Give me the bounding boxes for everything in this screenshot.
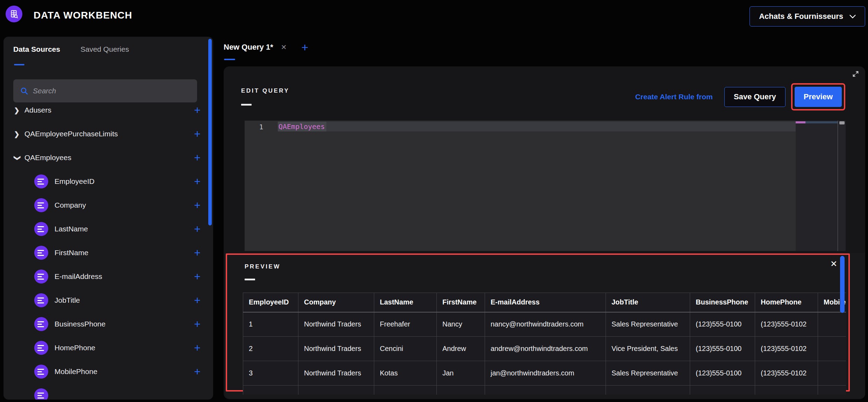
preview-panel: PREVIEW ✕ EmployeeIDCompanyLastNameFirst… [225, 253, 865, 399]
field-icon [34, 246, 48, 260]
table-cell: Vice President, Sales [606, 337, 690, 361]
table-cell: (123)555-0102 [755, 312, 818, 337]
table-cell [818, 337, 846, 361]
add-to-query-button-homephone[interactable]: + [194, 342, 201, 353]
current-line-highlight: QAEmployees [278, 122, 796, 131]
tree-item-label: FirstName [55, 249, 88, 257]
edit-query-heading-underline [241, 104, 252, 106]
sidebar-tabs: Data Sources Saved Queries [13, 45, 129, 53]
tree-item-label: E-mailAddress [55, 272, 102, 281]
tree-field-businessphone[interactable]: BusinessPhone+ [3, 312, 213, 336]
add-to-query-button-e-mailaddress[interactable]: + [194, 271, 201, 282]
table-row: 2Northwind TradersCenciniAndrewandrew@no… [243, 337, 846, 361]
preview-button-annotation: Preview [791, 83, 845, 110]
tree-field-item[interactable] [3, 383, 213, 400]
add-to-query-button-qaemployees[interactable]: + [194, 152, 201, 163]
tree-table-adusers[interactable]: ❯Adusers+ [3, 98, 213, 122]
field-icon [34, 365, 48, 379]
tree-field-e-mailaddress[interactable]: E-mailAddress+ [3, 265, 213, 288]
tree-field-jobtitle[interactable]: JobTitle+ [3, 288, 213, 312]
active-query-tab-indicator [224, 59, 235, 60]
add-to-query-button-lastname[interactable]: + [194, 223, 201, 235]
sidebar-scrollbar[interactable] [208, 39, 212, 225]
table-cell: 2 [243, 337, 298, 361]
save-query-button[interactable]: Save Query [724, 87, 786, 107]
tree-field-firstname[interactable]: FirstName+ [3, 241, 213, 265]
table-cell: Northwind Traders [298, 312, 374, 337]
tree-item-label: MobilePhone [55, 367, 97, 376]
field-icon [34, 341, 48, 355]
editor-actions: Create Alert Rule from Save Query Previe… [635, 82, 845, 112]
app-root: DATA WORKBENCH Achats & Fournisseurs Dat… [0, 0, 868, 402]
field-icon [34, 388, 48, 400]
add-to-query-button-qaemployeepurchaselimits[interactable]: + [194, 128, 201, 139]
column-header-employeeid: EmployeeID [243, 293, 298, 312]
table-cell [818, 386, 846, 395]
field-icon [34, 293, 48, 307]
table-cell [606, 386, 690, 395]
tree-item-label: LastName [55, 225, 88, 233]
preview-button[interactable]: Preview [795, 87, 842, 107]
add-to-query-button-mobilephone[interactable]: + [194, 366, 201, 377]
chevron-down-icon[interactable]: ❯ [14, 155, 22, 166]
create-alert-rule-link[interactable]: Create Alert Rule from [635, 93, 713, 101]
table-cell: (123)555-0100 [690, 337, 755, 361]
table-cell: Kotas [374, 361, 437, 386]
tab-saved-queries[interactable]: Saved Queries [80, 45, 129, 53]
query-text: QAEmployees [278, 122, 326, 131]
table-cell: Andrew [437, 337, 485, 361]
chevron-right-icon[interactable]: ❯ [14, 130, 24, 138]
tab-data-sources[interactable]: Data Sources [13, 45, 60, 53]
add-to-query-button-employeeid[interactable]: + [194, 176, 201, 187]
add-to-query-button-businessphone[interactable]: + [194, 318, 201, 330]
tree-field-homephone[interactable]: HomePhone+ [3, 336, 213, 360]
tree-field-mobilephone[interactable]: MobilePhone+ [3, 360, 213, 383]
tree-field-employeeid[interactable]: EmployeeID+ [3, 170, 213, 193]
app-title: DATA WORKBENCH [34, 10, 132, 21]
column-header-firstname: FirstName [437, 293, 485, 312]
preview-table: EmployeeIDCompanyLastNameFirstNameE-mail… [243, 293, 846, 395]
table-cell [243, 386, 298, 395]
add-to-query-button-adusers[interactable]: + [194, 105, 201, 116]
close-preview-icon[interactable]: ✕ [830, 260, 837, 268]
tree-item-label: QAEmployees [24, 153, 71, 162]
table-row-partial [243, 386, 846, 395]
close-tab-icon[interactable]: ✕ [281, 43, 287, 51]
preview-scrollbar[interactable] [840, 256, 845, 313]
query-editor-panel: EDIT QUERY Create Alert Rule from Save Q… [224, 66, 865, 399]
table-row: 1Northwind TradersFreehaferNancynancy@no… [243, 312, 846, 337]
editor-line-number: 1 [245, 121, 278, 251]
search-input[interactable] [33, 87, 197, 95]
workspace-selector[interactable]: Achats & Fournisseurs [750, 6, 865, 27]
add-tab-button[interactable]: + [302, 41, 309, 53]
active-tab-indicator [14, 64, 24, 65]
table-cell: (123)555-0102 [755, 361, 818, 386]
chevron-right-icon[interactable]: ❯ [14, 106, 24, 114]
tree-field-lastname[interactable]: LastName+ [3, 217, 213, 241]
tree-field-company[interactable]: Company+ [3, 193, 213, 217]
add-to-query-button-firstname[interactable]: + [194, 247, 201, 258]
expand-panel-icon[interactable] [852, 71, 859, 77]
table-cell: Northwind Traders [298, 361, 374, 386]
column-header-businessphone: BusinessPhone [690, 293, 755, 312]
table-cell [690, 386, 755, 395]
app-header: DATA WORKBENCH Achats & Fournisseurs [0, 0, 868, 34]
table-cell: andrew@northwindtraders.com [485, 337, 606, 361]
tree-table-qaemployees[interactable]: ❯QAEmployees+ [3, 146, 213, 170]
table-cell: Jan [437, 361, 485, 386]
table-header-row: EmployeeIDCompanyLastNameFirstNameE-mail… [243, 293, 846, 312]
editor-code-area[interactable]: QAEmployees [278, 121, 796, 251]
editor-scrollbar-thumb[interactable] [839, 121, 845, 124]
tree-item-label: Adusers [24, 106, 51, 114]
column-header-company: Company [298, 293, 374, 312]
add-to-query-button-jobtitle[interactable]: + [194, 295, 201, 306]
editor-minimap[interactable] [796, 121, 838, 251]
tree-table-qaemployeepurchaselimits[interactable]: ❯QAEmployeePurchaseLimits+ [3, 122, 213, 146]
table-cell: Northwind Traders [298, 337, 374, 361]
sidebar: Data Sources Saved Queries ❯Adusers+❯QAE… [3, 37, 213, 400]
add-to-query-button-company[interactable]: + [194, 200, 201, 211]
query-tab-new-query-1[interactable]: New Query 1* ✕ [224, 43, 287, 52]
editor-scrollbar[interactable] [838, 121, 846, 251]
preview-table-container: EmployeeIDCompanyLastNameFirstNameE-mail… [243, 293, 846, 395]
column-header-homephone: HomePhone [755, 293, 818, 312]
